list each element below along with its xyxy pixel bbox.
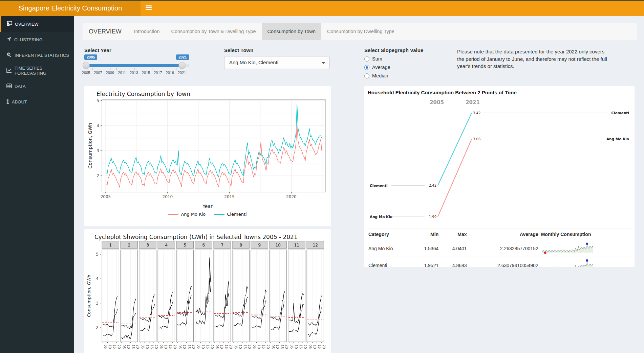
sidebar-item-label: DATA: [15, 84, 26, 89]
svg-text:15: 15: [187, 345, 191, 349]
info-icon: [6, 99, 12, 105]
svg-text:10: 10: [276, 243, 281, 248]
svg-text:3: 3: [96, 148, 99, 153]
sidebar-item-label: ABOUT: [12, 99, 27, 104]
svg-text:20: 20: [173, 345, 177, 349]
slider-tick: [104, 68, 104, 70]
slopegraph-value-control: Select Slopegraph Value SumAverageMedian: [364, 47, 459, 78]
svg-text:3.06: 3.06: [473, 137, 480, 141]
svg-text:10: 10: [164, 345, 168, 349]
sidebar-item-data[interactable]: DATA: [0, 78, 74, 94]
sidebar-item-about[interactable]: ABOUT: [0, 94, 74, 110]
table-header-average: Average: [468, 229, 540, 240]
slider-tick-label: 2017: [154, 71, 162, 75]
slider-tick: [110, 68, 110, 70]
sidebar-toggle-icon[interactable]: [146, 5, 153, 11]
slider-tick: [128, 68, 128, 70]
year-slider-label: Select Year: [84, 47, 227, 53]
svg-text:05: 05: [104, 345, 107, 349]
svg-text:05: 05: [122, 345, 126, 349]
svg-text:10: 10: [238, 345, 242, 349]
cell-average: 2.63079410054902: [468, 257, 540, 267]
slopegraph-chart: 20052021Clementi2.423.42ClementiAng Mo K…: [367, 97, 632, 226]
sparkline-chart: [541, 241, 595, 254]
svg-text:1.99: 1.99: [429, 215, 436, 219]
svg-text:10: 10: [294, 345, 298, 349]
legend-swatch: [214, 214, 224, 215]
town-select[interactable]: Ang Mo Kio, Clementi: [224, 56, 330, 69]
svg-text:2: 2: [96, 173, 99, 178]
slopegraph-value-label: Select Slopegraph Value: [364, 47, 459, 53]
sparkline-chart: [541, 258, 595, 267]
slider-handle-from[interactable]: [83, 62, 90, 69]
cell-max: 4.8683: [440, 257, 468, 267]
sidebar-item-label: OVERVIEW: [15, 22, 39, 27]
radio-label: Median: [372, 73, 388, 78]
svg-text:2015: 2015: [224, 194, 235, 199]
year-range-slider[interactable]: 2005200720092011201320152017201920212005…: [84, 54, 227, 75]
app-title: Singapore Electricity Consumption: [0, 0, 141, 16]
cell-monthly-consumption-sparkline: [540, 240, 632, 257]
slider-tick: [152, 68, 152, 70]
slider-selected-range: [86, 64, 182, 67]
svg-text:15: 15: [131, 345, 135, 349]
svg-text:05: 05: [159, 345, 163, 349]
legend-label: Clementi: [227, 212, 246, 217]
svg-text:20: 20: [154, 345, 158, 349]
svg-text:2: 2: [96, 325, 99, 330]
radio-dot[interactable]: [364, 56, 369, 62]
svg-text:10: 10: [220, 345, 223, 349]
svg-text:Ang Mo Kio: Ang Mo Kio: [370, 215, 392, 219]
sidebar-item-inferential-statistics[interactable]: INFERENTIAL STATISTICS: [0, 47, 74, 63]
x-axis-label: Year: [84, 204, 331, 209]
sidebar-item-time-series-forecasting[interactable]: TIME SERIES FORECASTING: [0, 63, 74, 78]
svg-text:20: 20: [248, 345, 251, 349]
slider-tick-label: 2009: [106, 71, 114, 75]
main-content: OVERVIEW IntroductionConsumption by Town…: [74, 16, 644, 353]
svg-text:10: 10: [257, 345, 261, 349]
svg-text:15: 15: [169, 345, 172, 349]
radio-sum[interactable]: Sum: [364, 56, 459, 62]
svg-text:3: 3: [146, 243, 149, 248]
slider-tick: [146, 68, 146, 70]
cycleplot-chart: 2345Consumption, GWh10510152020510152030…: [86, 241, 329, 353]
table-row: Ang Mo Kio1.53644.04012.2632857700152: [367, 240, 632, 257]
svg-text:4: 4: [96, 276, 99, 281]
svg-text:15: 15: [280, 345, 284, 349]
svg-text:Ang Mo Kio: Ang Mo Kio: [606, 137, 629, 141]
slider-tick-label: 2015: [142, 71, 150, 75]
location-arrow-icon: [6, 37, 14, 43]
sidebar-item-overview[interactable]: OVERVIEW: [0, 16, 74, 32]
slider-tick: [122, 68, 122, 70]
slider-tick: [116, 68, 116, 70]
tab-consumption-by-town-dwelling-type[interactable]: Consumption by Town & Dwelling Type: [165, 23, 261, 40]
tab-consumption-by-town[interactable]: Consumption by Town: [262, 23, 321, 40]
radio-dot[interactable]: [364, 73, 369, 78]
svg-text:05: 05: [308, 345, 312, 349]
cell-category: Ang Mo Kio: [367, 240, 412, 257]
slider-tick: [98, 68, 98, 70]
svg-text:15: 15: [318, 345, 321, 349]
slider-value-from: 2005: [84, 54, 97, 60]
tab-consumption-by-dwelling-type[interactable]: Consumption by Dwelling Type: [321, 23, 400, 40]
table-header-max: Max: [440, 229, 468, 240]
sidebar-item-label: TIME SERIES FORECASTING: [15, 66, 74, 76]
radio-average[interactable]: Average: [364, 65, 459, 70]
slider-tick-label: 2011: [118, 71, 126, 75]
tab-bar: OVERVIEW IntroductionConsumption by Town…: [83, 23, 637, 40]
svg-text:2005: 2005: [430, 99, 444, 105]
radio-dot[interactable]: [364, 65, 369, 70]
table-header-category: Category: [367, 229, 412, 240]
user-icon: [6, 21, 15, 27]
tab-introduction[interactable]: Introduction: [128, 23, 166, 40]
svg-text:20: 20: [266, 345, 270, 349]
sidebar-item-clustering[interactable]: CLUSTERING: [0, 32, 74, 47]
radio-median[interactable]: Median: [364, 73, 459, 78]
svg-text:Clementi: Clementi: [370, 184, 388, 188]
slider-handle-to[interactable]: [178, 62, 186, 69]
app-header: Singapore Electricity Consumption: [0, 0, 644, 16]
year-slider-control: Select Year 2005200720092011201320152017…: [84, 47, 227, 75]
svg-text:10: 10: [313, 345, 317, 349]
cell-category: Clementi: [367, 257, 412, 267]
svg-text:Consumption, GWh: Consumption, GWh: [86, 275, 91, 317]
